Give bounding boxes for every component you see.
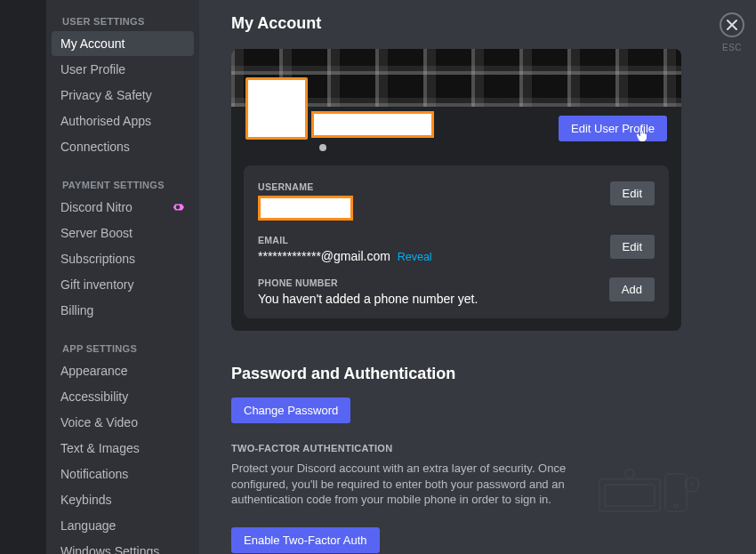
- sidebar-item-privacy-safety[interactable]: Privacy & Safety: [52, 83, 194, 108]
- sidebar-item-subscriptions[interactable]: Subscriptions: [52, 246, 194, 271]
- add-phone-button[interactable]: Add: [609, 277, 655, 301]
- profile-row: Edit User Profile: [231, 107, 681, 160]
- sidebar-item-label: Discord Nitro: [60, 200, 133, 214]
- phone-value: You haven't added a phone number yet.: [258, 292, 609, 306]
- nitro-icon: [171, 202, 185, 213]
- sidebar-item-billing[interactable]: Billing: [52, 298, 194, 323]
- sidebar-item-label: Gift inventory: [60, 277, 133, 292]
- sidebar-item-server-boost[interactable]: Server Boost: [52, 221, 194, 245]
- sidebar-item-label: Keybinds: [60, 493, 112, 507]
- sidebar-item-label: My Account: [60, 36, 125, 51]
- edit-username-button[interactable]: Edit: [610, 181, 655, 205]
- sidebar-item-label: Notifications: [60, 467, 128, 481]
- username-display: [311, 111, 434, 138]
- sidebar-item-connections[interactable]: Connections: [52, 134, 194, 159]
- phone-label: PHONE NUMBER: [258, 277, 609, 288]
- info-row-phone: PHONE NUMBER You haven't added a phone n…: [258, 274, 655, 306]
- username-label: USERNAME: [258, 181, 610, 192]
- change-password-button[interactable]: Change Password: [231, 397, 350, 423]
- close-icon: [726, 19, 738, 31]
- section-header-app: APP SETTINGS: [52, 340, 194, 357]
- sidebar-item-label: Language: [60, 518, 116, 533]
- sidebar-item-notifications[interactable]: Notifications: [52, 462, 194, 486]
- page-title: My Account: [231, 14, 681, 33]
- sidebar-item-label: Text & Images: [60, 441, 140, 455]
- tfa-illustration: [596, 467, 703, 520]
- main-content: My Account Edit User Profile USERNAME Ed…: [199, 0, 708, 554]
- close-esc-label: ESC: [722, 43, 742, 52]
- section-header-user: USER SETTINGS: [52, 12, 194, 30]
- close-column: ESC: [708, 0, 756, 554]
- sidebar-item-label: Server Boost: [60, 226, 133, 240]
- sidebar-item-gift-inventory[interactable]: Gift inventory: [52, 272, 194, 297]
- sidebar-item-label: Appearance: [60, 364, 128, 378]
- sidebar-item-authorised-apps[interactable]: Authorised Apps: [52, 108, 194, 133]
- svg-point-5: [625, 470, 634, 478]
- sidebar-item-label: Billing: [60, 303, 93, 317]
- email-masked: *************@gmail.com: [258, 249, 390, 263]
- sidebar-item-label: Connections: [60, 140, 130, 154]
- status-dot-icon: [318, 142, 328, 153]
- sidebar-item-label: Voice & Video: [60, 415, 138, 430]
- svg-rect-1: [605, 485, 655, 506]
- edit-email-button[interactable]: Edit: [610, 235, 655, 259]
- sidebar-item-accessibility[interactable]: Accessibility: [52, 384, 194, 409]
- section-header-payment: PAYMENT SETTINGS: [52, 176, 194, 194]
- account-info-card: USERNAME Edit EMAIL *************@gmail.…: [244, 165, 669, 318]
- sidebar-item-label: Subscriptions: [60, 252, 135, 266]
- sidebar-item-label: Privacy & Safety: [60, 88, 152, 102]
- sidebar-item-user-profile[interactable]: User Profile: [52, 57, 194, 82]
- email-value: *************@gmail.com Reveal: [258, 249, 610, 263]
- sidebar-item-text-images[interactable]: Text & Images: [52, 436, 194, 461]
- enable-tfa-button[interactable]: Enable Two-Factor Auth: [231, 527, 380, 553]
- window-left-pad: [0, 0, 46, 554]
- sidebar-item-windows-settings[interactable]: Windows Settings: [52, 539, 194, 554]
- avatar[interactable]: [245, 77, 308, 140]
- reveal-email-link[interactable]: Reveal: [398, 251, 432, 263]
- sidebar-item-appearance[interactable]: Appearance: [52, 358, 194, 383]
- sidebar-item-my-account[interactable]: My Account: [52, 31, 194, 56]
- sidebar-item-label: Windows Settings: [60, 544, 159, 554]
- svg-point-3: [674, 504, 678, 508]
- profile-card: Edit User Profile USERNAME Edit EMAIL **…: [231, 49, 681, 331]
- sidebar-item-keybinds[interactable]: Keybinds: [52, 487, 194, 512]
- tfa-label: TWO-FACTOR AUTHENTICATION: [231, 443, 681, 454]
- edit-user-profile-button[interactable]: Edit User Profile: [559, 116, 667, 141]
- sidebar-item-discord-nitro[interactable]: Discord Nitro: [52, 195, 194, 220]
- settings-sidebar: USER SETTINGS My Account User Profile Pr…: [46, 0, 199, 554]
- sidebar-item-label: Accessibility: [60, 389, 128, 404]
- sidebar-item-language[interactable]: Language: [52, 513, 194, 538]
- sidebar-item-voice-video[interactable]: Voice & Video: [52, 410, 194, 435]
- email-label: EMAIL: [258, 235, 610, 245]
- tfa-description: Protect your Discord account with an ext…: [231, 461, 623, 508]
- username-value: [258, 196, 353, 221]
- auth-heading: Password and Authentication: [231, 365, 681, 383]
- close-button[interactable]: [720, 12, 744, 37]
- info-row-username: USERNAME Edit: [258, 178, 655, 231]
- sidebar-item-label: Authorised Apps: [60, 114, 151, 128]
- sidebar-item-label: User Profile: [60, 62, 125, 76]
- info-row-email: EMAIL *************@gmail.com Reveal Edi…: [258, 231, 655, 274]
- svg-rect-2: [665, 474, 687, 511]
